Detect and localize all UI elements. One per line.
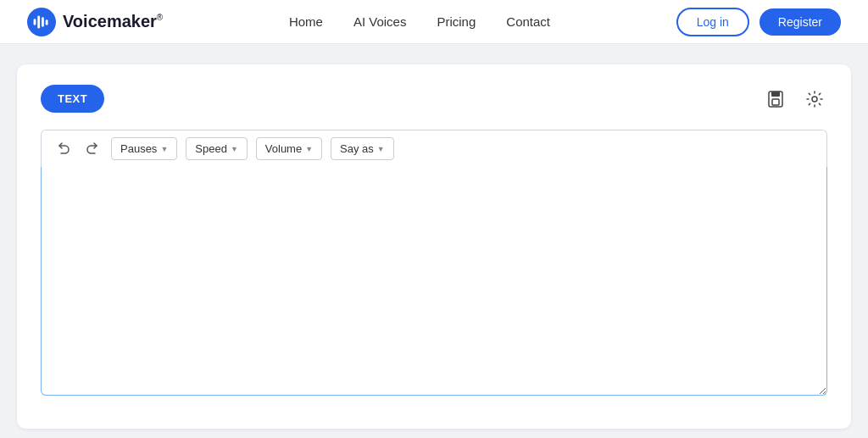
volume-arrow-icon: ▼	[305, 145, 313, 153]
svg-rect-3	[42, 17, 44, 26]
text-input-area[interactable]	[41, 167, 827, 396]
pauses-label: Pauses	[120, 142, 157, 155]
editor-card: TEXT	[17, 64, 851, 429]
redo-icon	[86, 141, 99, 154]
settings-button[interactable]	[802, 86, 827, 112]
editor-toolbar: Pauses ▼ Speed ▼ Volume ▼ Say as ▼	[41, 130, 827, 167]
brand-logo-link[interactable]: Voicemaker®	[27, 8, 163, 36]
speed-label: Speed	[195, 142, 227, 155]
text-mode-button[interactable]: TEXT	[41, 85, 104, 113]
volume-label: Volume	[265, 142, 302, 155]
svg-rect-4	[46, 19, 48, 25]
brand-name: Voicemaker®	[63, 12, 163, 31]
navbar-links: Home AI Voices Pricing Contact	[289, 14, 550, 29]
editor-top-bar: TEXT	[41, 85, 827, 113]
speed-dropdown[interactable]: Speed ▼	[186, 137, 248, 160]
nav-link-pricing[interactable]: Pricing	[437, 14, 476, 29]
say-as-dropdown[interactable]: Say as ▼	[331, 137, 394, 160]
svg-rect-2	[37, 15, 40, 28]
undo-button[interactable]	[53, 139, 74, 158]
settings-icon	[805, 90, 824, 108]
redo-button[interactable]	[82, 139, 103, 158]
say-as-arrow-icon: ▼	[377, 145, 385, 153]
login-button[interactable]: Log in	[676, 8, 749, 36]
say-as-label: Say as	[340, 142, 374, 155]
save-icon	[766, 90, 785, 108]
svg-point-8	[812, 97, 817, 102]
undo-icon	[57, 141, 70, 154]
nav-link-ai-voices[interactable]: AI Voices	[353, 14, 407, 29]
nav-link-contact[interactable]: Contact	[506, 14, 550, 29]
svg-rect-1	[34, 19, 36, 25]
nav-link-home[interactable]: Home	[289, 14, 323, 29]
save-button[interactable]	[763, 86, 788, 112]
navbar-actions: Log in Register	[676, 8, 841, 36]
main-content: TEXT	[0, 44, 868, 438]
pauses-dropdown[interactable]: Pauses ▼	[111, 137, 177, 160]
speed-arrow-icon: ▼	[231, 145, 238, 153]
svg-rect-6	[771, 91, 780, 97]
volume-dropdown[interactable]: Volume ▼	[256, 137, 322, 160]
voicemaker-logo-icon	[27, 8, 56, 36]
pauses-arrow-icon: ▼	[160, 145, 168, 153]
editor-area: Pauses ▼ Speed ▼ Volume ▼ Say as ▼	[41, 130, 827, 399]
register-button[interactable]: Register	[760, 8, 841, 36]
top-bar-icons	[763, 86, 827, 112]
svg-rect-7	[772, 99, 779, 105]
navbar: Voicemaker® Home AI Voices Pricing Conta…	[0, 0, 868, 44]
